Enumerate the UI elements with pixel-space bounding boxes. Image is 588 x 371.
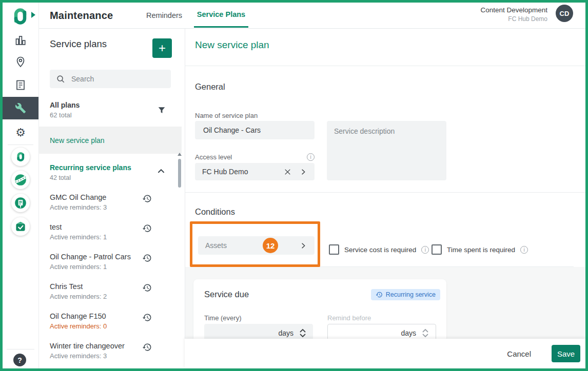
plan-row-winter-tire-changeover[interactable]: Winter tire changeover Active reminders:… [38, 337, 182, 366]
search-box[interactable] [50, 70, 171, 88]
account-info: Content Development FC Hub Demo [480, 6, 547, 23]
form-footer: Cancel Save [185, 339, 585, 368]
scrollbar-up-arrow[interactable] [178, 153, 182, 156]
plan-row-test[interactable]: test Active reminders: 1 [38, 218, 182, 248]
header: Maintenance Reminders Service Plans Cont… [38, 3, 585, 29]
remind-stepper [422, 328, 428, 338]
plan-reminders-count-alert: Active reminders: 0 [50, 322, 107, 330]
all-plans-label: All plans [50, 101, 80, 109]
hub-app-icon [15, 151, 26, 162]
history-button[interactable] [141, 281, 153, 294]
time-spent-checkbox[interactable] [432, 244, 442, 255]
plan-row-gmc-oil-change[interactable]: GMC Oil Change Active reminders: 3 [38, 188, 182, 218]
service-due-card: Service due Recurring service Time (ever… [193, 279, 446, 339]
app-asset[interactable] [11, 194, 30, 212]
plan-name: Oil Change - Patrol Cars [50, 253, 131, 261]
tab-service-plans[interactable]: Service Plans [194, 3, 248, 28]
avatar[interactable]: CD [556, 5, 573, 22]
road-app-icon [14, 173, 27, 187]
scrollbar-thumb[interactable] [178, 159, 181, 188]
stepper-up-icon[interactable] [422, 328, 428, 333]
logo-icon [10, 6, 30, 27]
name-field[interactable] [195, 121, 315, 139]
history-icon [142, 283, 152, 293]
info-icon[interactable]: i [520, 246, 528, 254]
plan-row-chris-test[interactable]: Chris Test Active reminders: 2 [38, 277, 182, 307]
plan-name: test [50, 223, 62, 231]
bar-chart-icon [14, 34, 27, 47]
save-button[interactable]: Save [552, 345, 580, 362]
nav-settings[interactable]: ⚙ [3, 121, 38, 144]
recurring-service-label: Recurring service [386, 291, 436, 298]
add-service-plan-button[interactable]: + [152, 38, 172, 58]
nav-rail: ⚙ [3, 3, 39, 368]
history-icon [142, 313, 152, 322]
chevron-right-icon [300, 242, 307, 250]
group-count: 42 total [50, 174, 71, 181]
time-stepper [300, 328, 306, 338]
history-button[interactable] [141, 222, 153, 234]
history-button[interactable] [141, 341, 153, 353]
expand-nav-arrow-icon[interactable] [31, 12, 35, 18]
plan-reminders-count: Active reminders: 1 [50, 233, 107, 241]
stepper-down-icon[interactable] [300, 334, 306, 338]
nav-work-orders[interactable] [3, 74, 38, 96]
remind-before-field[interactable]: days [327, 324, 436, 339]
collapse-group-control[interactable] [155, 166, 167, 179]
nav-dashboard[interactable] [3, 29, 38, 52]
chevron-right-icon [300, 168, 307, 176]
filter-funnel-icon [157, 106, 166, 115]
time-every-field[interactable]: days [204, 324, 313, 339]
access-level-value: FC Hub Demo [202, 168, 248, 176]
assets-field[interactable]: Assets 12 [198, 236, 315, 255]
service-cost-checkbox-group: Service cost is required i [329, 241, 429, 258]
chevron-up-icon [155, 166, 167, 177]
time-spent-label: Time spent is required [447, 246, 515, 254]
history-icon [142, 253, 152, 263]
service-due-section: Service due Recurring service Time (ever… [185, 267, 585, 339]
stepper-down-icon[interactable] [422, 334, 428, 338]
cancel-button[interactable]: Cancel [504, 349, 534, 359]
history-button[interactable] [141, 311, 153, 323]
plan-row-oil-change-f150[interactable]: Oil Change F150 Active reminders: 0 [38, 307, 182, 337]
nav-tracking[interactable] [3, 51, 38, 73]
history-button[interactable] [141, 192, 153, 204]
service-cost-label: Service cost is required [344, 246, 416, 254]
description-textarea[interactable] [327, 121, 446, 180]
info-icon[interactable]: i [421, 246, 429, 254]
filter-button[interactable] [155, 104, 168, 116]
plan-reminders-count: Active reminders: 1 [50, 263, 107, 271]
account-org: FC Hub Demo [480, 15, 547, 23]
plan-reminders-count: Active reminders: 3 [50, 203, 107, 211]
general-heading: General [195, 82, 225, 92]
access-level-row: Access level i [195, 153, 315, 161]
info-icon[interactable]: i [307, 153, 315, 161]
clear-icon[interactable] [284, 168, 291, 176]
access-level-label: Access level [195, 153, 232, 161]
selected-plan-new-service-plan[interactable]: New service plan [38, 127, 182, 154]
tab-label: Service Plans [197, 10, 245, 18]
app-hub[interactable] [11, 148, 30, 166]
remind-unit-label: days [401, 329, 416, 337]
service-cost-checkbox[interactable] [329, 244, 339, 255]
plan-row-oil-change-patrol-cars[interactable]: Oil Change - Patrol Cars Active reminder… [38, 248, 182, 277]
name-input[interactable] [202, 126, 307, 135]
tab-reminders[interactable]: Reminders [141, 3, 187, 28]
access-level-select[interactable]: FC Hub Demo [195, 163, 315, 180]
tab-label: Reminders [146, 11, 182, 19]
help-button[interactable]: ? [13, 354, 26, 366]
app-inspections[interactable] [11, 217, 30, 236]
group-recurring-service-plans[interactable]: Recurring service plans 42 total [38, 160, 182, 187]
app-road[interactable] [11, 171, 30, 189]
search-input[interactable] [70, 74, 160, 84]
plan-name: GMC Oil Change [50, 193, 106, 201]
nav-bottom-divider [7, 349, 34, 349]
stepper-up-icon[interactable] [300, 328, 306, 333]
selected-plan-label: New service plan [50, 136, 105, 145]
time-every-label: Time (every) [204, 314, 241, 322]
annotation-step-badge: 12 [263, 238, 278, 253]
nav-maintenance-selected[interactable] [3, 97, 38, 119]
gear-icon: ⚙ [15, 127, 26, 138]
history-icon [142, 342, 152, 352]
history-button[interactable] [141, 252, 153, 264]
